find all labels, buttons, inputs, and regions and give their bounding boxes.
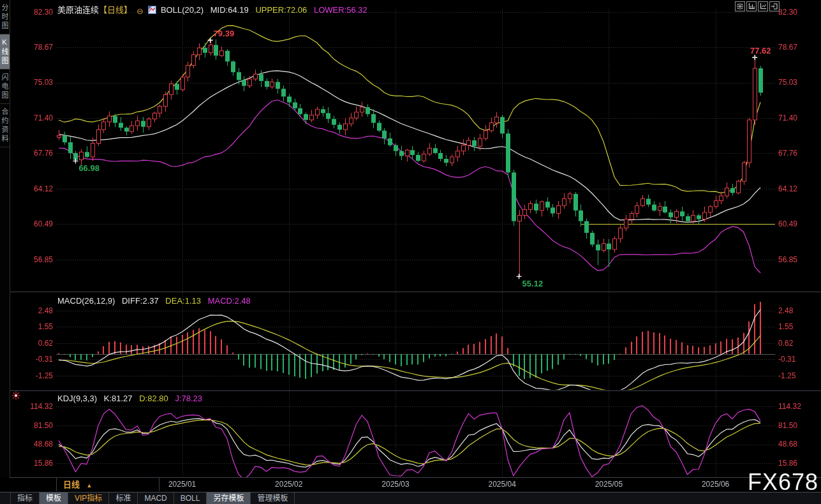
period-selector-label: 日线 bbox=[63, 480, 80, 489]
sidebar-item-flash-chart[interactable]: 闪电图 bbox=[0, 70, 10, 104]
toolbar-item-boll[interactable]: BOLL bbox=[174, 493, 207, 504]
sidebar-item-label: 闪电图 bbox=[1, 73, 8, 100]
toolbar-item-manage-templates[interactable]: 管理模板 bbox=[251, 493, 295, 504]
starburst-icon bbox=[11, 391, 20, 403]
exit-panel-icon[interactable] bbox=[769, 1, 780, 11]
sidebar-item-time-chart[interactable]: 分时图 bbox=[0, 0, 10, 34]
crosshair-icon[interactable] bbox=[735, 1, 745, 11]
period-selector[interactable]: 日线 ▲ bbox=[56, 477, 159, 491]
chart-toolbar bbox=[735, 1, 780, 11]
sidebar-item-contract-info[interactable]: 合约资料 bbox=[0, 104, 10, 147]
toolbar-item-save-template[interactable]: 另存模板 bbox=[207, 493, 251, 504]
axis-trend-chart-icon[interactable] bbox=[758, 1, 768, 11]
sidebar-item-label: 分时图 bbox=[1, 4, 8, 31]
sidebar-item-kline-chart[interactable]: K线图 bbox=[0, 34, 10, 70]
toolbar-item-indicators[interactable]: 指标 bbox=[10, 493, 40, 504]
sidebar-item-label: 合约资料 bbox=[1, 108, 8, 144]
bottom-toolbar: 指标 模板 VIP指标 标准 MACD BOLL 另存模板 管理模板 bbox=[0, 492, 821, 504]
toolbar-item-standard[interactable]: 标准 bbox=[109, 493, 138, 504]
toolbar-item-templates[interactable]: 模板 bbox=[40, 493, 68, 504]
trading-app-window: 分时图 K线图 闪电图 合约资料 美原油连续【日线】⊖BOLL(20,2) MI… bbox=[0, 0, 821, 504]
sidebar-item-label: K线图 bbox=[1, 38, 8, 66]
toolbar-item-macd[interactable]: MACD bbox=[138, 493, 174, 504]
axis-scale-chart-icon[interactable] bbox=[746, 1, 757, 11]
candlestick-chart-canvas[interactable] bbox=[0, 0, 821, 504]
chart-type-sidebar: 分时图 K线图 闪电图 合约资料 bbox=[0, 0, 10, 477]
toolbar-item-vip-indicators[interactable]: VIP指标 bbox=[68, 493, 109, 504]
chevron-up-icon: ▲ bbox=[86, 482, 92, 489]
collapse-circle-icon[interactable]: ⊖ bbox=[137, 6, 144, 16]
